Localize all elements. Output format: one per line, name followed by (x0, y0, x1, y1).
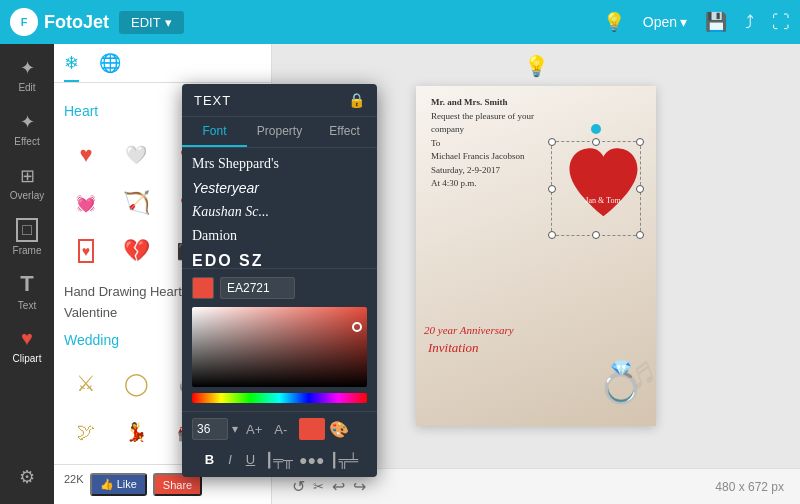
effect-tool-icon: ✦ (20, 111, 35, 133)
font-size-input[interactable]: 36 (192, 418, 228, 440)
font-item-2[interactable]: Yesteryear (182, 176, 377, 200)
wedding-clipart-5[interactable]: 🕊 (64, 410, 108, 454)
handle-bm (592, 231, 600, 239)
tool-text[interactable]: T Text (0, 264, 54, 318)
font-item-1[interactable]: Mrs Sheppard's (182, 152, 377, 176)
canvas-area: 💡 TEXT 🔒 Font Property Effect (272, 44, 800, 504)
align-center-btn[interactable]: ●●● (299, 452, 324, 468)
canvas-line4: To (431, 137, 534, 151)
tool-settings[interactable]: ⚙ (0, 450, 54, 504)
font-size-increase-btn[interactable]: A+ (242, 420, 266, 439)
handle-tm (592, 138, 600, 146)
canvas-cursive3: Invitation (428, 340, 479, 356)
palette-icon[interactable]: 🎨 (329, 420, 349, 439)
save-icon[interactable]: 💾 (705, 11, 727, 33)
underline-btn[interactable]: U (242, 450, 259, 469)
selection-box (551, 141, 641, 236)
lock-icon: 🔒 (348, 92, 365, 108)
logo-icon: F (10, 8, 38, 36)
globe-icon: 🌐 (99, 53, 121, 73)
cut-icon[interactable]: ✂ (313, 479, 324, 494)
text-tool-icon: T (20, 271, 33, 297)
like-count: 22K (64, 473, 84, 496)
font-item-5[interactable]: EDO SZ (182, 248, 377, 268)
canvas-hint-icon: 💡 (524, 54, 549, 78)
wedding-clipart-6[interactable]: 💃 (114, 410, 158, 454)
heart-clipart-5[interactable]: 💓 (64, 181, 108, 225)
handle-tr (636, 138, 644, 146)
text-color-btn[interactable] (299, 418, 325, 440)
text-tab-effect[interactable]: Effect (312, 117, 377, 147)
rainbow-bar[interactable] (192, 393, 367, 403)
text-dialog: TEXT 🔒 Font Property Effect Mrs Sheppard… (182, 84, 377, 477)
tool-clipart[interactable]: ♥ Clipart (0, 318, 54, 372)
frame-tool-icon: □ (16, 218, 38, 242)
rotate-handle[interactable] (591, 124, 601, 134)
heart-clipart-2[interactable]: 🤍 (114, 133, 158, 177)
canvas-cursive2: 20 year Anniversary (424, 324, 514, 336)
header: F FotoJet EDIT ▾ 💡 Open ▾ 💾 ⤴ ⛶ (0, 0, 800, 44)
font-size-decrease-btn[interactable]: A- (270, 420, 291, 439)
align-left-btn[interactable]: ┃╤╥ (265, 452, 293, 468)
share-icon[interactable]: ⤴ (745, 12, 754, 33)
main-layout: ✦ Edit ✦ Effect ⊞ Overlay □ Frame T Text… (0, 44, 800, 504)
text-tab-property[interactable]: Property (247, 117, 312, 147)
color-hex-input[interactable]: EA2721 (220, 277, 295, 299)
tool-edit[interactable]: ✦ Edit (0, 48, 54, 102)
color-gradient-picker[interactable] (192, 307, 367, 387)
canvas-size-label: 480 x 672 px (715, 480, 784, 494)
hint-icon[interactable]: 💡 (603, 11, 625, 33)
like-button[interactable]: 👍 Like (90, 473, 147, 496)
heart-clipart-1[interactable]: ♥ (64, 133, 108, 177)
font-item-3[interactable]: Kaushan Sc... (182, 200, 377, 224)
undo-icon[interactable]: ↩ (332, 477, 345, 496)
canvas-line6: Saturday, 2-9-2017 (431, 164, 534, 178)
tool-frame[interactable]: □ Frame (0, 210, 54, 264)
heart-section-title: Heart (64, 103, 98, 119)
handle-ml (548, 185, 556, 193)
wedding-clipart-2[interactable]: ◯ (114, 362, 158, 406)
logo-text: FotoJet (44, 12, 109, 33)
tool-overlay[interactable]: ⊞ Overlay (0, 156, 54, 210)
tab-global[interactable]: 🌐 (99, 52, 121, 82)
text-format-row1: 36 ▾ A+ A- 🎨 (182, 411, 377, 446)
canvas-bottom-icons: ↺ ✂ ↩ ↪ (288, 477, 370, 496)
settings-tool-icon: ⚙ (19, 466, 35, 488)
handle-mr (636, 185, 644, 193)
handle-bl (548, 231, 556, 239)
canvas-line1: Mr. and Mrs. Smith (431, 96, 534, 110)
heart-clipart-6[interactable]: 🏹 (114, 181, 158, 225)
canvas-inner: 💡 TEXT 🔒 Font Property Effect (272, 44, 800, 468)
wedding-section-title: Wedding (64, 332, 119, 348)
canvas-line3: company (431, 123, 534, 137)
tab-clipart[interactable]: ❄ (64, 52, 79, 82)
logo-area: F FotoJet (10, 8, 109, 36)
panel-tabs: ❄ 🌐 (54, 44, 271, 83)
text-format-row2: B I U ┃╤╥ ●●● ┃╦╧ (182, 446, 377, 477)
overlay-tool-icon: ⊞ (20, 165, 35, 187)
color-cursor (352, 322, 362, 332)
heart-clipart-9[interactable]: ♥ (64, 229, 108, 273)
canvas-line2: Request the pleasure of your (431, 110, 534, 124)
fullscreen-icon[interactable]: ⛶ (772, 12, 790, 33)
handle-tl (548, 138, 556, 146)
color-swatch[interactable] (192, 277, 214, 299)
text-dialog-tabs: Font Property Effect (182, 117, 377, 148)
edit-button[interactable]: EDIT ▾ (119, 11, 184, 34)
bold-btn[interactable]: B (201, 450, 218, 469)
text-dialog-header: TEXT 🔒 (182, 84, 377, 117)
text-tab-font[interactable]: Font (182, 117, 247, 147)
font-item-4[interactable]: Damion (182, 224, 377, 248)
italic-btn[interactable]: I (224, 450, 236, 469)
canvas-line5: Michael Francis Jacobson (431, 150, 534, 164)
refresh-icon[interactable]: ↺ (292, 477, 305, 496)
align-right-btn[interactable]: ┃╦╧ (330, 452, 358, 468)
redo-icon[interactable]: ↪ (353, 477, 366, 496)
handle-br (636, 231, 644, 239)
color-picker-section: EA2721 (182, 268, 377, 411)
open-button[interactable]: Open ▾ (643, 14, 687, 30)
tool-effect[interactable]: ✦ Effect (0, 102, 54, 156)
heart-clipart-10[interactable]: 💔 (114, 229, 158, 273)
font-size-arrow[interactable]: ▾ (232, 422, 238, 436)
wedding-clipart-1[interactable]: ⚔ (64, 362, 108, 406)
